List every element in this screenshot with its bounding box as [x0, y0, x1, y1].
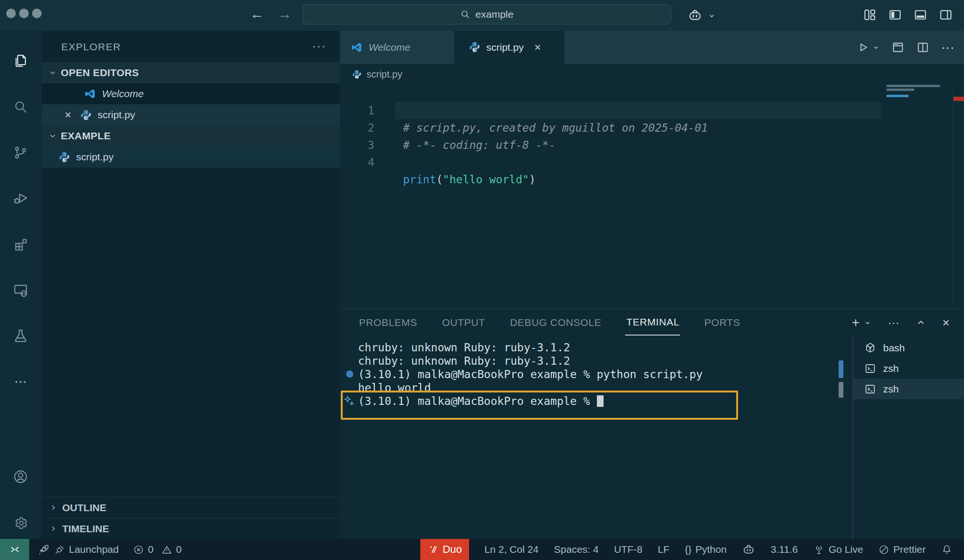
- customize-layout-icon[interactable]: [863, 8, 877, 22]
- search-sidebar-icon[interactable]: [7, 93, 34, 121]
- open-editor-script[interactable]: × script.py: [42, 104, 340, 125]
- terminal-activity-bar-blue: [839, 360, 843, 378]
- encoding-status-item[interactable]: UTF-8: [614, 544, 643, 555]
- terminal-tab-zsh-2[interactable]: zsh: [853, 379, 964, 399]
- prettier-status-item[interactable]: Prettier: [878, 544, 926, 555]
- status-bar: Launchpad 0 0 Duo Ln 2, Col 24 Spaces: 4: [0, 539, 964, 560]
- breadcrumb-filename: script.py: [367, 69, 402, 80]
- activity-bar: [0, 31, 42, 539]
- editor-more-actions-icon[interactable]: ···: [941, 41, 954, 54]
- vscode-window: ← → example: [0, 0, 964, 560]
- terminal-tab-bash[interactable]: bash: [853, 337, 964, 358]
- panel-tab-debug-console[interactable]: DEBUG CONSOLE: [509, 310, 602, 335]
- maximize-panel-icon[interactable]: [916, 317, 926, 328]
- problems-status-item[interactable]: 0 0: [133, 544, 181, 555]
- tree-item-script[interactable]: script.py: [42, 146, 340, 168]
- remote-explorer-icon[interactable]: [7, 276, 34, 304]
- copilot-icon[interactable]: [687, 8, 703, 23]
- source-control-icon[interactable]: [7, 139, 34, 167]
- code-line: print("hello world"): [403, 171, 536, 188]
- overview-ruler: [953, 85, 953, 309]
- overview-ruler-error-marker: [953, 97, 964, 101]
- highlight-annotation-box: [341, 391, 738, 420]
- command-decoration-icon[interactable]: [346, 370, 353, 378]
- panel-more-actions-icon[interactable]: ···: [888, 317, 899, 328]
- terminal-line: chruby: unknown Ruby: ruby-3.1.2: [358, 341, 570, 354]
- search-value: example: [475, 9, 513, 20]
- open-editor-welcome[interactable]: Welcome: [42, 83, 340, 104]
- terminal-activity-bar-gray: [839, 382, 843, 398]
- launchpad-status-item[interactable]: Launchpad: [37, 543, 119, 556]
- vscode-logo-icon: [84, 88, 96, 100]
- traffic-minimize-button[interactable]: [19, 9, 29, 18]
- tab-welcome[interactable]: Welcome: [340, 31, 454, 64]
- explorer-sidebar: EXPLORER ··· OPEN EDITORS Welcome × scri…: [42, 31, 340, 539]
- forward-arrow-icon[interactable]: →: [278, 6, 292, 22]
- minimap[interactable]: [886, 95, 908, 97]
- toggle-panel-icon[interactable]: [913, 8, 928, 22]
- eol-status-item[interactable]: LF: [658, 544, 670, 555]
- minimap[interactable]: [886, 85, 940, 87]
- settings-gear-icon[interactable]: [7, 509, 34, 537]
- extensions-icon[interactable]: [7, 231, 34, 258]
- run-debug-icon[interactable]: [7, 184, 34, 212]
- cursor-position-status-item[interactable]: Ln 2, Col 24: [484, 544, 538, 555]
- copilot-dropdown-chevron-icon[interactable]: [707, 11, 716, 20]
- braces-icon: {}: [685, 544, 692, 555]
- error-icon: [133, 544, 144, 555]
- chevron-down-icon: [872, 44, 880, 51]
- tab-script[interactable]: script.py ×: [454, 31, 564, 64]
- panel-tab-problems[interactable]: PROBLEMS: [358, 310, 418, 335]
- slash-circle-icon: [878, 544, 889, 555]
- minimap[interactable]: [886, 89, 914, 91]
- language-mode-status-item[interactable]: {} Python: [685, 544, 727, 555]
- chevron-right-icon: [49, 504, 57, 512]
- account-icon[interactable]: [7, 463, 34, 491]
- traffic-close-button[interactable]: [6, 9, 16, 18]
- traffic-zoom-button[interactable]: [32, 9, 42, 18]
- breadcrumb[interactable]: script.py: [340, 64, 964, 85]
- vscode-logo-icon: [350, 41, 363, 54]
- timeline-section-header[interactable]: TIMELINE: [42, 518, 340, 539]
- remote-icon: [9, 544, 21, 555]
- close-icon[interactable]: ×: [65, 108, 71, 122]
- open-editors-header[interactable]: OPEN EDITORS: [42, 62, 340, 83]
- copilot-status-icon[interactable]: [742, 543, 755, 556]
- split-editor-icon[interactable]: [916, 41, 930, 54]
- title-bar: ← → example: [0, 0, 964, 31]
- terminal-tabs-list: bash zsh zsh: [853, 337, 964, 399]
- indentation-status-item[interactable]: Spaces: 4: [554, 544, 598, 555]
- sidebar-more-actions-icon[interactable]: ···: [312, 39, 326, 53]
- outline-section-header[interactable]: OUTLINE: [42, 497, 340, 518]
- panel-tab-ports[interactable]: PORTS: [703, 310, 741, 335]
- more-views-icon[interactable]: [7, 368, 34, 396]
- explorer-icon[interactable]: [7, 47, 34, 75]
- toggle-primary-sidebar-icon[interactable]: [888, 8, 902, 22]
- search-icon: [460, 9, 471, 20]
- terminal-command-line: (3.10.1) malka@MacBookPro example % pyth…: [358, 368, 703, 381]
- go-live-status-item[interactable]: Go Live: [813, 544, 863, 555]
- remote-indicator[interactable]: [0, 539, 29, 560]
- panel-tab-output[interactable]: OUTPUT: [441, 310, 486, 335]
- back-arrow-icon[interactable]: ←: [250, 6, 264, 22]
- folder-example-header[interactable]: EXAMPLE: [42, 125, 340, 146]
- panel-tab-terminal[interactable]: TERMINAL: [625, 310, 680, 336]
- new-terminal-button[interactable]: +: [852, 316, 871, 329]
- toggle-secondary-sidebar-icon[interactable]: [939, 8, 953, 22]
- testing-icon[interactable]: [7, 322, 34, 350]
- terminal-tab-zsh-1[interactable]: zsh: [853, 358, 964, 379]
- warning-icon: [161, 544, 172, 555]
- python-file-icon: [469, 41, 481, 53]
- terminal-line: chruby: unknown Ruby: ruby-3.1.2: [358, 354, 570, 368]
- duo-icon: [427, 544, 439, 555]
- gitlab-duo-status-item[interactable]: Duo: [420, 539, 469, 560]
- open-changes-icon[interactable]: [891, 41, 905, 54]
- rocket-icon: [37, 543, 50, 556]
- close-icon[interactable]: ×: [534, 41, 541, 54]
- close-panel-icon[interactable]: ×: [942, 316, 950, 329]
- run-python-file-button[interactable]: [857, 41, 880, 54]
- code-editor[interactable]: 1 # script.py, created by mguillot on 20…: [340, 85, 964, 309]
- python-version-status-item[interactable]: 3.11.6: [771, 544, 798, 555]
- command-center-search[interactable]: example: [303, 4, 671, 24]
- notifications-bell-icon[interactable]: [941, 544, 953, 555]
